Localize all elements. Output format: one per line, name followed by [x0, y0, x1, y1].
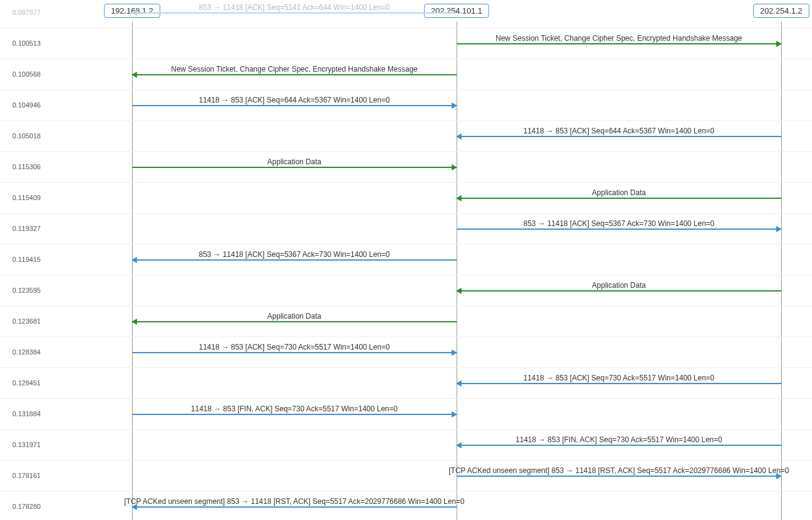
flow-arrow[interactable]: 11418 → 853 [FIN, ACK] Seq=730 Ack=5517 … [132, 414, 457, 415]
flow-arrow[interactable]: New Session Ticket, Change Cipher Spec, … [132, 74, 457, 75]
flow-label: New Session Ticket, Change Cipher Spec, … [495, 34, 742, 43]
flow-arrow[interactable]: New Session Ticket, Change Cipher Spec, … [457, 43, 781, 44]
timestamp: 0.123681 [12, 317, 49, 325]
arrow-head-icon [131, 10, 137, 16]
node-label-b[interactable]: 202.254.101.1 [424, 4, 489, 18]
flow-label: [TCP ACKed unseen segment] 853 → 11418 [… [449, 466, 789, 475]
row-separator [0, 460, 812, 461]
flow-label: [TCP ACKed unseen segment] 853 → 11418 [… [124, 497, 465, 506]
flow-label: New Session Ticket, Change Cipher Spec, … [171, 65, 418, 73]
arrow-head-icon [456, 442, 462, 448]
row-separator [0, 90, 812, 90]
arrow-head-icon [456, 380, 462, 387]
arrow-head-icon [452, 350, 457, 356]
flow-arrow[interactable]: [TCP ACKed unseen segment] 853 → 11418 [… [457, 476, 781, 477]
flow-arrow[interactable]: 853 → 11418 [ACK] Seq=5141 Ack=644 Win=1… [132, 12, 457, 14]
arrow-head-icon [456, 195, 462, 201]
flow-arrow[interactable]: 11418 → 853 [ACK] Seq=644 Ack=5367 Win=1… [457, 136, 781, 137]
flow-arrow[interactable]: [TCP ACKed unseen segment] 853 → 11418 [… [132, 506, 457, 508]
flow-label: 853 → 11418 [ACK] Seq=5367 Ack=730 Win=1… [199, 250, 390, 259]
flow-label: Application Data [592, 188, 645, 197]
timestamp: 0.115306 [12, 163, 49, 170]
node-label-c[interactable]: 202.254.1.2 [753, 4, 810, 18]
flow-arrow[interactable]: 853 → 11418 [ACK] Seq=5367 Ack=730 Win=1… [132, 259, 457, 261]
lifeline-a [132, 22, 133, 520]
timestamp: 0.128384 [12, 348, 49, 356]
flow-arrow[interactable]: 11418 → 853 [ACK] Seq=730 Ack=5517 Win=1… [132, 352, 457, 353]
arrow-head-icon [776, 41, 782, 47]
flow-label: Application Data [267, 157, 321, 166]
timestamp: 0.100568 [12, 70, 49, 78]
timestamp: 0.178161 [12, 472, 49, 479]
arrow-head-icon [131, 257, 137, 263]
timestamp: 0.104946 [12, 101, 49, 109]
timestamp: 0.105018 [12, 132, 49, 140]
timestamp: 0.131971 [12, 441, 49, 448]
flow-label: 11418 → 853 [FIN, ACK] Seq=730 Ack=5517 … [191, 405, 398, 413]
row-separator [0, 28, 812, 28]
row-separator [0, 151, 812, 152]
flow-label: 11418 → 853 [ACK] Seq=644 Ack=5367 Win=1… [199, 96, 390, 104]
flow-arrow[interactable]: Application Data [457, 198, 781, 199]
flow-arrow[interactable]: Application Data [132, 167, 457, 168]
timestamp: 0.178280 [12, 503, 49, 510]
row-separator [0, 491, 812, 492]
flow-label: 11418 → 853 [ACK] Seq=730 Ack=5517 Win=1… [199, 343, 390, 351]
timestamp: 0.119327 [12, 225, 49, 232]
flow-arrow[interactable]: 11418 → 853 [ACK] Seq=644 Ack=5367 Win=1… [132, 105, 457, 106]
row-separator [0, 182, 812, 183]
flow-diagram: 192.168.1.2202.254.101.1202.254.1.20.097… [0, 0, 812, 520]
arrow-head-icon [456, 133, 462, 140]
row-separator [0, 398, 812, 399]
arrow-head-icon [456, 288, 462, 294]
row-separator [0, 59, 812, 59]
row-separator [0, 306, 812, 306]
flow-arrow[interactable]: 853 → 11418 [ACK] Seq=5367 Ack=730 Win=1… [457, 229, 781, 230]
arrow-head-icon [452, 164, 457, 170]
row-separator [0, 120, 812, 121]
arrow-head-icon [452, 411, 457, 417]
row-separator [0, 213, 812, 214]
timestamp: 0.097977 [12, 9, 49, 16]
timestamp: 0.119415 [12, 256, 49, 263]
flow-label: Application Data [592, 281, 645, 290]
row-separator [0, 367, 812, 368]
flow-arrow[interactable]: 11418 → 853 [ACK] Seq=730 Ack=5517 Win=1… [457, 383, 781, 384]
flow-arrow[interactable]: Application Data [457, 290, 781, 291]
flow-label: 11418 → 853 [ACK] Seq=644 Ack=5367 Win=1… [523, 127, 715, 135]
arrow-head-icon [776, 226, 782, 232]
timestamp: 0.128451 [12, 379, 49, 387]
flow-label: Application Data [267, 312, 321, 321]
flow-label: 11418 → 853 [FIN, ACK] Seq=730 Ack=5517 … [516, 435, 723, 444]
row-separator [0, 337, 812, 337]
timestamp: 0.131884 [12, 410, 49, 417]
flow-arrow[interactable]: 11418 → 853 [FIN, ACK] Seq=730 Ack=5517 … [457, 445, 781, 446]
flow-label: 853 → 11418 [ACK] Seq=5367 Ack=730 Win=1… [523, 219, 715, 228]
flow-arrow[interactable]: Application Data [132, 321, 457, 322]
timestamp: 0.123595 [12, 287, 49, 294]
arrow-head-icon [131, 319, 137, 325]
row-separator [0, 244, 812, 245]
flow-label: 11418 → 853 [ACK] Seq=730 Ack=5517 Win=1… [523, 374, 715, 382]
lifeline-c [781, 22, 782, 520]
row-separator [0, 429, 812, 430]
arrow-head-icon [452, 103, 457, 109]
timestamp: 0.115409 [12, 194, 49, 201]
row-separator [0, 275, 812, 275]
arrow-head-icon [131, 72, 137, 78]
timestamp: 0.100513 [12, 40, 49, 47]
flow-label: 853 → 11418 [ACK] Seq=5141 Ack=644 Win=1… [199, 3, 390, 12]
